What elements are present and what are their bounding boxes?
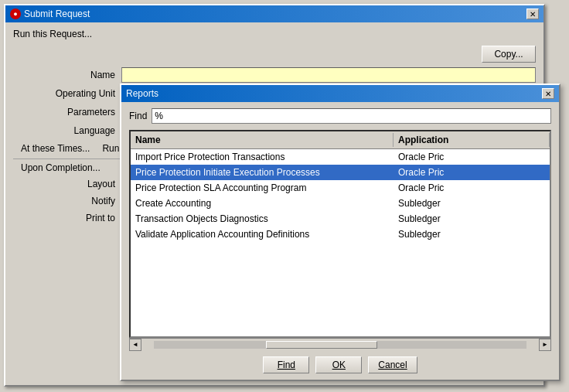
table-cell-application: Oracle Pric	[394, 166, 550, 179]
name-row: Name	[13, 67, 536, 83]
layout-label: Layout	[13, 179, 121, 189]
col-header-name: Name	[131, 133, 394, 147]
table-row[interactable]: Price Protection SLA Accounting ProgramO…	[131, 180, 550, 196]
inner-content: Find Name Application Import Price Prote…	[121, 102, 559, 380]
operating-unit-label: Operating Unit	[13, 88, 121, 99]
table-cell-application: Subledger	[394, 213, 550, 225]
outer-title-left: ● Submit Request	[10, 9, 90, 19]
col-header-application: Application	[394, 133, 550, 147]
find-button[interactable]: Find	[263, 356, 309, 373]
outer-titlebar: ● Submit Request ✕	[5, 5, 543, 22]
parameters-label: Parameters	[13, 107, 121, 118]
table-cell-name: Import Price Protection Transactions	[131, 151, 394, 163]
results-table: Name Application Import Price Protection…	[129, 130, 551, 338]
cancel-button-label: Cancel	[378, 360, 407, 370]
copy-button[interactable]: Copy...	[482, 46, 536, 63]
scrollbar-thumb[interactable]	[266, 341, 378, 349]
notify-label: Notify	[13, 196, 121, 206]
outer-close-button[interactable]: ✕	[526, 9, 539, 19]
table-body: Import Price Protection TransactionsOrac…	[131, 149, 550, 336]
scroll-right-arrow[interactable]: ►	[539, 339, 551, 351]
table-cell-application: Oracle Pric	[394, 151, 550, 163]
ok-button-label: OK	[332, 360, 346, 370]
run-request-label: Run this Request...	[13, 29, 536, 39]
copy-button-row: Copy...	[13, 46, 536, 63]
inner-window-title: Reports	[126, 88, 158, 99]
name-label: Name	[13, 70, 121, 80]
table-cell-name: Validate Application Accounting Definiti…	[131, 228, 394, 240]
scrollbar-area: ◄ ►	[129, 338, 551, 350]
table-row[interactable]: Price Protection Initiate Execution Proc…	[131, 165, 550, 180]
table-row[interactable]: Validate Application Accounting Definiti…	[131, 227, 550, 242]
scroll-left-arrow[interactable]: ◄	[129, 339, 141, 351]
find-input[interactable]	[152, 108, 551, 124]
table-row[interactable]: Create AccountingSubledger	[131, 196, 550, 211]
table-cell-name: Price Protection Initiate Execution Proc…	[131, 166, 394, 179]
inner-bottom-buttons: Find OK Cancel	[129, 356, 551, 373]
table-row[interactable]: Transaction Objects DiagnosticsSubledger	[131, 211, 550, 227]
table-cell-application: Subledger	[394, 228, 550, 240]
cancel-button[interactable]: Cancel	[368, 356, 417, 373]
oracle-icon: ●	[10, 9, 21, 19]
ok-button[interactable]: OK	[315, 356, 362, 373]
table-cell-application: Oracle Pric	[394, 182, 550, 194]
find-row: Find	[129, 108, 551, 124]
table-cell-name: Price Protection SLA Accounting Program	[131, 182, 394, 194]
language-label: Language	[13, 125, 121, 136]
scrollbar-track	[154, 341, 526, 349]
find-button-label: Find	[278, 360, 295, 370]
name-input[interactable]	[121, 67, 536, 83]
table-row[interactable]: Import Price Protection TransactionsOrac…	[131, 149, 550, 165]
inner-titlebar: Reports ✕	[121, 85, 559, 102]
upon-completion-label: Upon Completion...	[21, 162, 101, 173]
table-cell-application: Subledger	[394, 197, 550, 210]
at-these-times-label: At these Times...	[21, 143, 90, 154]
find-label: Find	[129, 111, 147, 121]
table-header: Name Application	[131, 131, 550, 149]
inner-close-button[interactable]: ✕	[542, 88, 554, 99]
table-cell-name: Create Accounting	[131, 197, 394, 210]
table-cell-name: Transaction Objects Diagnostics	[131, 213, 394, 225]
outer-window-title: Submit Request	[24, 9, 90, 19]
reports-window: Reports ✕ Find Name Application Import P…	[120, 84, 560, 381]
